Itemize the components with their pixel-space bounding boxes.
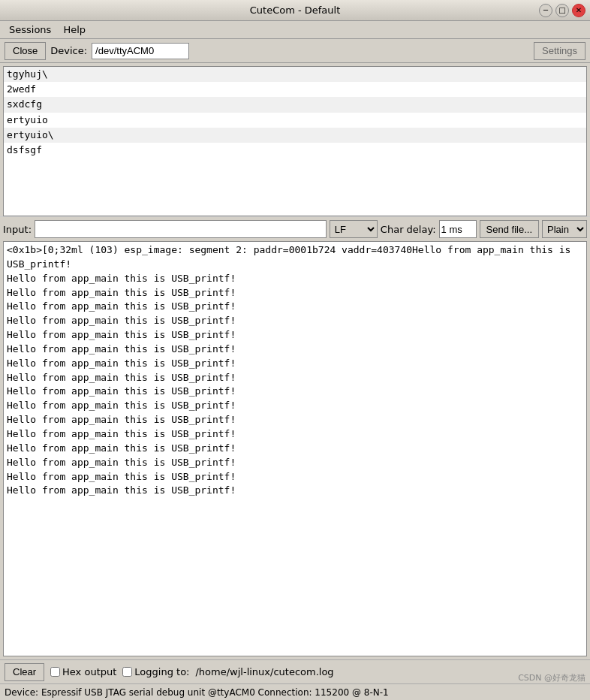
logging-checkbox[interactable] — [122, 667, 132, 677]
device-input[interactable] — [92, 43, 189, 59]
output-line: Hello from app_main this is USB_printf! — [7, 399, 583, 413]
output-line: Hello from app_main this is USB_printf! — [7, 314, 583, 328]
output-line: Hello from app_main this is USB_printf! — [7, 300, 583, 314]
history-line: dsfsgf — [4, 143, 586, 158]
close-button[interactable]: ✕ — [572, 4, 585, 17]
settings-button[interactable]: Settings — [534, 42, 585, 60]
output-line: Hello from app_main this is USB_printf! — [7, 328, 583, 342]
toolbar: Close Device: Settings — [0, 39, 590, 63]
minimize-button[interactable]: ─ — [539, 4, 552, 17]
history-line: 2wedf — [4, 82, 586, 97]
command-input[interactable] — [35, 220, 327, 238]
output-line: Hello from app_main this is USB_printf! — [7, 484, 583, 498]
char-delay-input[interactable] — [439, 220, 477, 238]
status-line: Device: Espressif USB JTAG serial debug … — [0, 683, 590, 700]
output-line: Hello from app_main this is USB_printf! — [7, 357, 583, 371]
output-line: Hello from app_main this is USB_printf! — [7, 470, 583, 484]
output-line: Hello from app_main this is USB_printf! — [7, 272, 583, 286]
char-delay-label: Char delay: — [381, 224, 436, 235]
menu-bar: Sessions Help — [0, 21, 590, 39]
title-bar: CuteCom - Default ─ □ ✕ — [0, 0, 590, 21]
send-file-button[interactable]: Send file... — [480, 220, 539, 238]
input-bar: Input: LF CR CR/LF None Char delay: Send… — [0, 216, 590, 241]
output-line: Hello from app_main this is USB_printf! — [7, 371, 583, 385]
history-line: ertyuio — [4, 113, 586, 128]
history-line: ertyuio\ — [4, 128, 586, 143]
close-connection-button[interactable]: Close — [5, 42, 46, 60]
format-select[interactable]: Plain Hex — [542, 220, 587, 238]
output-line: Hello from app_main this is USB_printf! — [7, 442, 583, 456]
output-line: Hello from app_main this is USB_printf! — [7, 456, 583, 470]
output-line: Hello from app_main this is USB_printf! — [7, 286, 583, 300]
window-title: CuteCom - Default — [250, 5, 341, 16]
clear-button[interactable]: Clear — [5, 663, 44, 681]
logging-path: /home/wjl-linux/cutecom.log — [195, 666, 333, 677]
window-controls: ─ □ ✕ — [539, 4, 585, 17]
output-line: <0x1b>[0;32ml (103) esp_image: segment 2… — [7, 243, 583, 272]
history-line: tgyhuj\ — [4, 67, 586, 82]
logging-label[interactable]: Logging to: — [122, 666, 189, 677]
hex-output-label[interactable]: Hex output — [50, 666, 116, 677]
output-line: Hello from app_main this is USB_printf! — [7, 427, 583, 442]
device-label: Device: — [50, 45, 87, 56]
menu-help[interactable]: Help — [57, 23, 92, 37]
menu-sessions[interactable]: Sessions — [3, 23, 57, 37]
output-line: Hello from app_main this is USB_printf! — [7, 413, 583, 427]
hex-output-checkbox[interactable] — [50, 667, 60, 677]
line-ending-select[interactable]: LF CR CR/LF None — [330, 220, 378, 238]
input-label: Input: — [3, 224, 32, 235]
history-line: sxdcfg — [4, 97, 586, 112]
output-line: Hello from app_main this is USB_printf! — [7, 342, 583, 357]
footer-bar: Clear Hex output Logging to: /home/wjl-l… — [0, 659, 590, 683]
input-history: tgyhuj\2wedfsxdcfgertyuioertyuio\dsfsgf — [3, 66, 587, 216]
maximize-button[interactable]: □ — [555, 4, 569, 17]
output-line: Hello from app_main this is USB_printf! — [7, 385, 583, 399]
output-area: <0x1b>[0;32ml (103) esp_image: segment 2… — [3, 241, 587, 656]
